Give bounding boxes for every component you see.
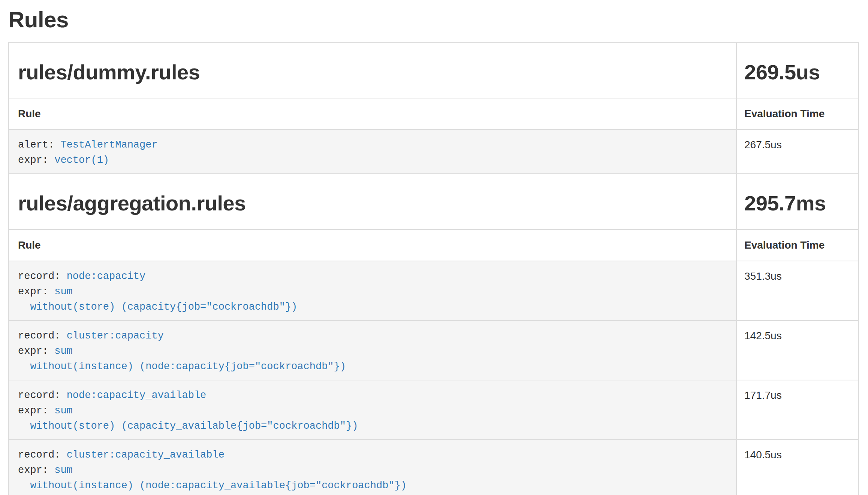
rule-link[interactable]: sum without(instance) (node:capacity{job…: [18, 346, 346, 372]
column-header-row: Rule Evaluation Time: [9, 98, 859, 130]
rule-definition: record: node:capacity_available expr: su…: [18, 388, 727, 434]
rule-column-header: Rule: [9, 230, 736, 261]
rule-link[interactable]: vector(1): [54, 155, 109, 166]
rule-definition-cell: alert: TestAlertManager expr: vector(1): [9, 130, 736, 174]
rules-table-body: rules/dummy.rules 269.5us Rule Evaluatio…: [9, 43, 859, 495]
rule-link[interactable]: cluster:capacity: [67, 330, 164, 341]
rule-group-file-cell: rules/aggregation.rules: [9, 174, 736, 229]
rule-group-file-cell: rules/dummy.rules: [9, 43, 736, 98]
eval-time-column-header: Evaluation Time: [736, 98, 859, 130]
rule-row: record: node:capacity_available expr: su…: [9, 380, 859, 440]
rule-eval-time: 142.5us: [736, 321, 859, 380]
rule-group-eval-time: 295.7ms: [744, 191, 851, 215]
rule-definition-cell: record: cluster:capacity_available expr:…: [9, 440, 736, 495]
rule-link[interactable]: node:capacity: [67, 271, 146, 282]
rule-row: record: cluster:capacity expr: sum witho…: [9, 321, 859, 380]
rule-link[interactable]: cluster:capacity_available: [67, 449, 224, 461]
page-title: Rules: [8, 7, 859, 33]
rule-row: alert: TestAlertManager expr: vector(1) …: [9, 130, 859, 174]
rule-group-header-row: rules/dummy.rules 269.5us: [9, 43, 859, 98]
rule-link[interactable]: sum without(store) (capacity{job="cockro…: [18, 286, 297, 313]
rule-definition: alert: TestAlertManager expr: vector(1): [18, 137, 727, 168]
rule-group-eval-time-cell: 269.5us: [736, 43, 859, 98]
rule-group-header-row: rules/aggregation.rules 295.7ms: [9, 174, 859, 229]
rules-table: rules/dummy.rules 269.5us Rule Evaluatio…: [8, 42, 859, 495]
rule-eval-time: 140.5us: [736, 440, 859, 495]
rule-eval-time: 351.3us: [736, 261, 859, 321]
rule-eval-time: 171.7us: [736, 380, 859, 440]
rule-eval-time: 267.5us: [736, 130, 859, 174]
rule-definition-cell: record: cluster:capacity expr: sum witho…: [9, 321, 736, 380]
rule-group-file: rules/dummy.rules: [18, 60, 727, 84]
rule-group-file: rules/aggregation.rules: [18, 191, 727, 215]
rule-link[interactable]: node:capacity_available: [67, 390, 207, 401]
rule-row: record: cluster:capacity_available expr:…: [9, 440, 859, 495]
rule-row: record: node:capacity expr: sum without(…: [9, 261, 859, 321]
eval-time-column-header: Evaluation Time: [736, 230, 859, 261]
rule-definition-cell: record: node:capacity expr: sum without(…: [9, 261, 736, 321]
rule-definition: record: node:capacity expr: sum without(…: [18, 269, 727, 315]
rule-definition: record: cluster:capacity expr: sum witho…: [18, 328, 727, 374]
rule-group-eval-time-cell: 295.7ms: [736, 174, 859, 229]
rule-link[interactable]: TestAlertManager: [60, 139, 157, 151]
rule-definition-cell: record: node:capacity_available expr: su…: [9, 380, 736, 440]
rule-link[interactable]: sum without(instance) (node:capacity_ava…: [18, 465, 407, 491]
rule-column-header: Rule: [9, 98, 736, 130]
rule-link[interactable]: sum without(store) (capacity_available{j…: [18, 405, 358, 432]
rule-definition: record: cluster:capacity_available expr:…: [18, 447, 727, 494]
column-header-row: Rule Evaluation Time: [9, 230, 859, 261]
rule-group-eval-time: 269.5us: [744, 60, 851, 84]
